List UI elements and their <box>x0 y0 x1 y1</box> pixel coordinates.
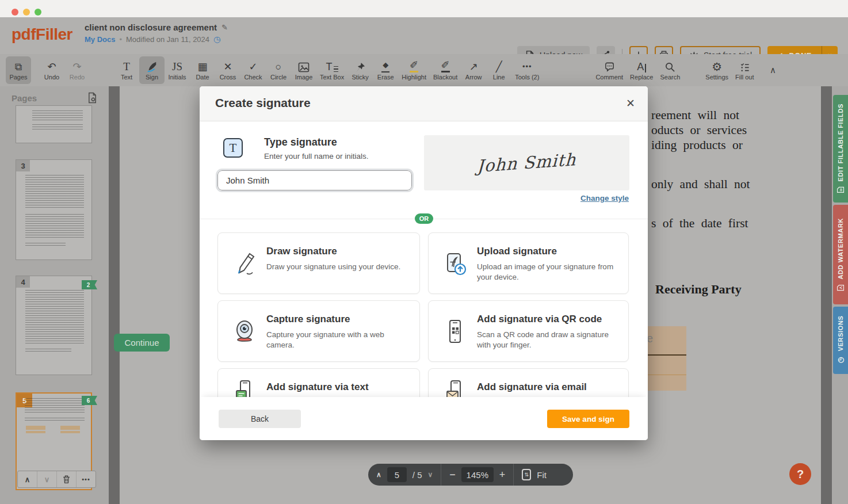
sign-feather-icon <box>146 60 158 72</box>
toolbar-blackout[interactable]: ✐ Blackout <box>430 56 461 84</box>
zoom-in-button[interactable]: + <box>499 469 506 481</box>
edit-title-icon[interactable]: ✎ <box>221 23 228 32</box>
redo-icon: ↷ <box>72 60 81 72</box>
document-text-line: reement will not <box>651 108 739 123</box>
toolbar-search[interactable]: Search <box>656 56 683 84</box>
document-text-line: s of the date first <box>651 216 748 231</box>
pdffiller-logo[interactable]: pdfFiller <box>12 25 72 44</box>
delete-page-button[interactable] <box>57 471 77 487</box>
blackout-marker-icon: ✐ <box>441 59 450 72</box>
history-clock-icon[interactable]: ◷ <box>213 35 220 44</box>
back-button[interactable]: Back <box>219 410 301 428</box>
pencil-draw-icon <box>232 251 257 276</box>
undo-icon: ↶ <box>47 60 56 72</box>
minimize-window-button[interactable] <box>23 9 30 16</box>
upload-signature-card[interactable]: Upload signature Upload an image of your… <box>428 232 629 294</box>
toolbar-check[interactable]: ✓ Check <box>240 56 266 84</box>
tab-add-watermark[interactable]: ADD WATERMARK <box>833 205 848 304</box>
document-title: client non disclosure agreement <box>85 22 217 32</box>
sidebar-scrollbar[interactable] <box>109 86 120 504</box>
toolbar-settings[interactable]: ⚙ Settings <box>702 56 732 84</box>
page-thumbnail-partial[interactable] <box>16 105 92 143</box>
app-window: pdfFiller client non disclosure agreemen… <box>0 0 848 504</box>
previous-page-button[interactable]: ∧ <box>376 471 381 479</box>
draw-signature-card[interactable]: Draw signature Draw your signature using… <box>217 232 420 294</box>
tab-edit-fillable-fields[interactable]: EDIT FILLABLE FIELDS <box>833 95 848 203</box>
next-page-button[interactable]: ∨ <box>427 471 433 479</box>
modal-footer: Back Save and sign <box>200 397 648 440</box>
page-more-options-button[interactable]: ••• <box>77 471 96 487</box>
separator-dot: • <box>119 35 122 44</box>
tab-versions[interactable]: ◷ VERSIONS <box>833 307 848 374</box>
signature-name-input[interactable] <box>217 170 412 190</box>
save-and-sign-button[interactable]: Save and sign <box>547 410 629 428</box>
toolbar-undo[interactable]: ↶ Undo <box>39 56 64 84</box>
zoom-out-button[interactable]: − <box>449 469 456 481</box>
qr-code-signature-card[interactable]: Add signature via QR code Scan a QR code… <box>428 300 629 362</box>
toolbar-tools[interactable]: ••• Tools (2) <box>511 56 543 84</box>
toolbar-text[interactable]: T Text <box>114 56 139 84</box>
tab-label: VERSIONS <box>837 316 844 352</box>
card-title: Add signature via text <box>266 381 369 393</box>
toolbar-sticky[interactable]: Sticky <box>347 56 373 84</box>
breadcrumb-my-docs[interactable]: My Docs <box>85 35 115 44</box>
card-title: Draw signature <box>266 246 337 257</box>
create-signature-modal: Create signature ✕ T Type signature Ente… <box>200 86 648 440</box>
fillable-fields-doc-icon <box>837 186 845 193</box>
page-thumbnail-3[interactable]: 3 <box>16 159 92 260</box>
editor-toolbar: ⧉ Pages ↶ Undo ↷ Redo T Text Sign JS Ini… <box>0 54 848 86</box>
signature-fillable-fields[interactable]: e <box>644 326 686 391</box>
help-button[interactable]: ? <box>789 463 811 485</box>
move-page-down-button[interactable]: ∨ <box>37 471 57 487</box>
toolbar-pages[interactable]: ⧉ Pages <box>6 56 31 84</box>
arrow-icon: ↗ <box>469 60 478 72</box>
card-desc: Scan a QR code and draw a signature with… <box>477 330 624 350</box>
document-text-line: oducts or services <box>651 123 747 138</box>
toolbar-cross[interactable]: ✕ Cross <box>215 56 240 84</box>
maximize-window-button[interactable] <box>35 9 41 16</box>
canvas-scrollbar[interactable] <box>821 86 832 504</box>
continue-button[interactable]: Continue <box>114 334 170 352</box>
or-badge: OR <box>415 213 433 224</box>
card-title: Capture signature <box>266 314 350 325</box>
more-tools-icon: ••• <box>522 60 532 72</box>
pushpin-icon <box>355 60 365 72</box>
card-title: Add signature via email <box>477 381 587 393</box>
change-style-link[interactable]: Change style <box>580 194 629 203</box>
type-signature-title: Type signature <box>264 136 337 148</box>
toolbar-sign[interactable]: Sign <box>139 56 165 84</box>
toolbar-date[interactable]: ▦ Date <box>190 56 215 84</box>
zoom-level-input[interactable]: 145% <box>461 467 494 482</box>
highlighter-icon: ✐ <box>410 59 418 72</box>
collapse-toolbar-button[interactable]: ∧ <box>764 65 781 75</box>
toolbar-initials[interactable]: JS Initials <box>165 56 190 84</box>
close-icon[interactable]: ✕ <box>626 97 635 110</box>
move-page-up-button[interactable]: ∧ <box>18 471 37 487</box>
toolbar-highlight[interactable]: ✐ Highlight <box>398 56 430 84</box>
window-titlebar <box>0 0 848 17</box>
pagination-bar: ∧ 5 / 5 ∨ − 145% + ⇅ Fit <box>368 464 573 486</box>
toolbar-redo[interactable]: ↷ Redo <box>64 56 90 84</box>
close-window-button[interactable] <box>12 9 18 16</box>
toolbar-comment[interactable]: Comment <box>592 56 627 84</box>
toolbar-erase[interactable]: ◆ Erase <box>373 56 398 84</box>
toolbar-textbox[interactable]: T Text Box <box>316 56 347 84</box>
fit-button[interactable]: ⇅ Fit <box>514 464 555 486</box>
current-page-input[interactable]: 5 <box>387 467 407 482</box>
toolbar-replace[interactable]: A Replace <box>627 56 656 84</box>
toolbar-line[interactable]: ╱ Line <box>486 56 511 84</box>
tab-label: EDIT FILLABLE FIELDS <box>837 104 844 181</box>
app-header: pdfFiller client non disclosure agreemen… <box>0 17 848 54</box>
pages-panel-title: Pages <box>12 93 37 103</box>
textbox-lines-icon <box>334 66 338 72</box>
toolbar-image[interactable]: Image <box>291 56 316 84</box>
toolbar-arrow[interactable]: ↗ Arrow <box>461 56 486 84</box>
page-settings-icon[interactable] <box>87 92 98 104</box>
page-controls-bar: ∧ ∨ ••• <box>17 471 96 488</box>
card-title: Upload signature <box>477 246 557 257</box>
page-thumbnail-4[interactable]: 4 <box>16 276 92 375</box>
capture-signature-card[interactable]: Capture signature Capture your signature… <box>217 300 420 362</box>
toolbar-fillout[interactable]: Fill out <box>732 56 757 84</box>
calendar-icon: ▦ <box>197 60 207 72</box>
toolbar-circle[interactable]: ○ Circle <box>266 56 291 84</box>
